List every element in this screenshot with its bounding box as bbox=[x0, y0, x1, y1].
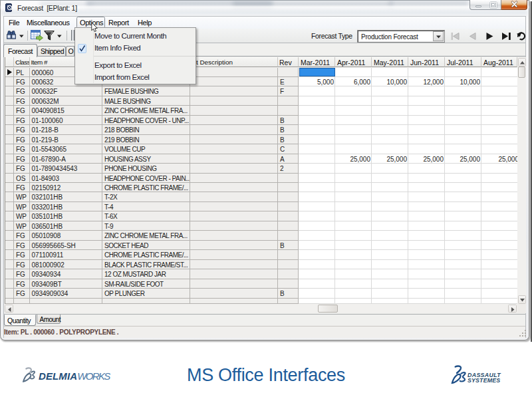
svg-text:SYSTEMES: SYSTEMES bbox=[467, 377, 501, 384]
svg-text:WORKS: WORKS bbox=[77, 370, 110, 382]
svg-text:DELMIA: DELMIA bbox=[39, 370, 77, 382]
